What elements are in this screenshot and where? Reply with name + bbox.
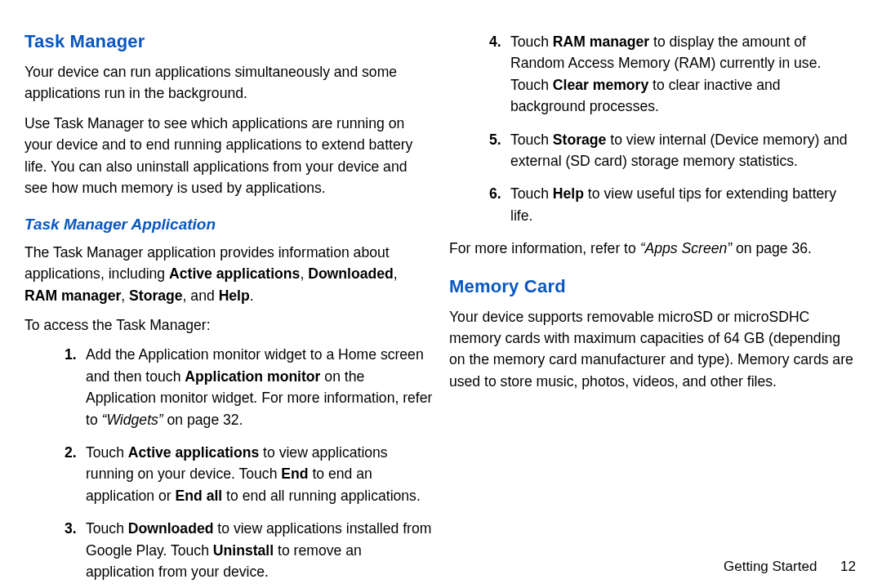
- bold-text: End all: [176, 488, 223, 504]
- right-column: 4. Touch RAM manager to display the amou…: [449, 28, 858, 588]
- list-item: 1. Add the Application monitor widget to…: [65, 344, 433, 430]
- footer-section: Getting Started: [724, 559, 817, 574]
- text: ,: [121, 287, 129, 304]
- text: Touch: [510, 185, 553, 202]
- text: to end all running applications.: [222, 488, 421, 504]
- text: ,: [300, 265, 308, 282]
- text: Touch: [86, 520, 128, 537]
- bold-text: Help: [553, 185, 584, 202]
- left-column: Task Manager Your device can run applica…: [24, 28, 433, 588]
- list-item: 5. Touch Storage to view internal (Devic…: [489, 129, 858, 172]
- list-item: 4. Touch RAM manager to display the amou…: [489, 31, 858, 118]
- text: on page 32.: [163, 412, 243, 428]
- step-number: 1.: [65, 344, 77, 365]
- bold-text: Downloaded: [128, 520, 214, 537]
- page-footer: Getting Started 12: [724, 559, 856, 575]
- bold-text: Active applications: [169, 265, 300, 282]
- step-number: 6.: [489, 183, 501, 204]
- step-number: 5.: [489, 129, 501, 150]
- bold-text: RAM manager: [24, 287, 121, 304]
- step-number: 2.: [65, 442, 77, 463]
- bold-text: Active applications: [128, 444, 259, 461]
- text: Touch: [510, 33, 553, 50]
- paragraph: Use Task Manager to see which applicatio…: [24, 113, 433, 199]
- text: Touch: [86, 444, 128, 461]
- text: ,: [394, 265, 398, 282]
- step-number: 3.: [65, 518, 77, 539]
- list-item: 2. Touch Active applications to view app…: [65, 442, 433, 506]
- bold-text: RAM manager: [553, 33, 649, 50]
- bold-text: Storage: [553, 131, 607, 148]
- list-item: 3. Touch Downloaded to view applications…: [65, 518, 433, 582]
- heading-memory-card: Memory Card: [449, 273, 858, 300]
- bold-text: Help: [219, 287, 250, 304]
- text: Touch: [510, 131, 553, 148]
- text: , and: [183, 287, 219, 304]
- subheading-task-manager-application: Task Manager Application: [24, 213, 433, 237]
- bold-text: Uninstall: [213, 542, 274, 559]
- text: on page 36.: [732, 240, 812, 256]
- steps-list: 1. Add the Application monitor widget to…: [24, 344, 433, 582]
- italic-text: “Widgets”: [102, 412, 163, 428]
- page-number: 12: [840, 559, 856, 574]
- paragraph: Your device supports removable microSD o…: [449, 306, 858, 393]
- step-number: 4.: [489, 31, 501, 52]
- paragraph: To access the Task Manager:: [24, 314, 433, 336]
- paragraph: The Task Manager application provides in…: [24, 242, 433, 306]
- heading-task-manager: Task Manager: [24, 28, 433, 55]
- bold-text: Storage: [129, 287, 183, 304]
- paragraph: For more information, refer to “Apps Scr…: [449, 238, 858, 259]
- steps-list: 4. Touch RAM manager to display the amou…: [449, 31, 858, 226]
- text: For more information, refer to: [449, 240, 640, 256]
- list-item: 6. Touch Help to view useful tips for ex…: [489, 183, 858, 226]
- bold-text: Application monitor: [185, 368, 320, 385]
- bold-text: End: [281, 466, 308, 482]
- bold-text: Clear memory: [553, 77, 648, 93]
- bold-text: Downloaded: [308, 265, 394, 282]
- italic-text: “Apps Screen”: [640, 240, 732, 256]
- page: Task Manager Your device can run applica…: [0, 0, 882, 588]
- text: .: [250, 287, 254, 304]
- paragraph: Your device can run applications simulta…: [24, 61, 433, 105]
